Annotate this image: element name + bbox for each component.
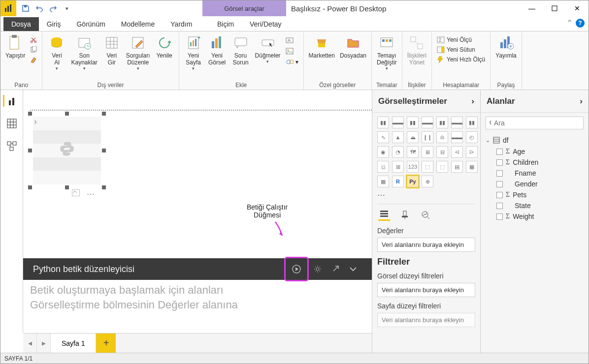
paste-button[interactable]: Yapıştır	[3, 33, 27, 60]
data-view-button[interactable]	[6, 118, 18, 129]
checkbox[interactable]	[496, 159, 503, 166]
viz-type-7[interactable]: ∿	[377, 131, 389, 143]
sheet-nav-prev[interactable]: ◂	[23, 334, 37, 353]
script-popout-button[interactable]	[327, 260, 344, 278]
new-measure-button[interactable]: ΣYeni Ölçü	[435, 35, 487, 44]
report-view-button[interactable]	[3, 95, 15, 107]
field-state[interactable]: State	[486, 200, 584, 211]
close-button[interactable]: ✕	[566, 0, 589, 16]
add-sheet-button[interactable]: +	[96, 334, 116, 353]
script-options-button[interactable]	[309, 260, 327, 278]
new-page-button[interactable]: ✦Yeni Sayfa▾	[182, 33, 205, 72]
viz-type-12[interactable]: ▬▬	[451, 131, 463, 143]
qat-customize-button[interactable]: ▾	[61, 2, 73, 15]
viz-type-5[interactable]: ▬▬	[451, 117, 463, 128]
viz-type-18[interactable]: ⊟	[436, 146, 448, 158]
tab-model[interactable]: Modelleme	[113, 17, 163, 31]
field-age[interactable]: ΣAge	[486, 146, 584, 157]
script-collapse-button[interactable]	[344, 260, 362, 278]
model-view-button[interactable]	[6, 140, 18, 152]
from-file-button[interactable]: Dosyadan	[338, 33, 368, 60]
focus-mode-icon[interactable]	[72, 189, 80, 199]
tab-help[interactable]: Yardım	[163, 17, 200, 31]
switch-theme-button[interactable]: Temayı Değiştir▾	[375, 33, 399, 72]
tab-view[interactable]: Görünüm	[68, 17, 113, 31]
textbox-button[interactable]: A	[284, 35, 300, 45]
tab-format[interactable]: Biçim	[209, 17, 242, 31]
checkbox[interactable]	[496, 181, 503, 187]
viz-more-icon[interactable]: ⋯	[377, 190, 475, 200]
copy-button[interactable]	[28, 45, 39, 54]
redo-button[interactable]	[47, 2, 60, 15]
from-marketplace-button[interactable]: Marketten	[307, 33, 337, 60]
enter-data-button[interactable]: Veri Gir	[100, 33, 123, 67]
new-quick-measure-button[interactable]: Yeni Hızlı Ölçü	[435, 55, 487, 64]
viz-type-15[interactable]: ◔	[392, 146, 404, 158]
undo-button[interactable]	[33, 2, 46, 15]
fields-pane-header[interactable]: Alanlar ›	[481, 90, 589, 113]
viz-type-23[interactable]: 123	[407, 161, 419, 173]
visualizations-pane-header[interactable]: Görselleştirmeler ›	[372, 90, 480, 113]
tab-file[interactable]: Dosya	[3, 17, 39, 31]
viz-type-8[interactable]: ▲	[392, 131, 404, 143]
field-weight[interactable]: ΣWeight	[486, 211, 584, 222]
maximize-button[interactable]	[543, 0, 566, 16]
viz-type-21[interactable]: ⌼	[377, 161, 389, 173]
viz-type-27[interactable]: ▦	[466, 161, 478, 173]
viz-type-30[interactable]: Py	[407, 176, 419, 187]
viz-type-2[interactable]: ▮▮	[407, 117, 419, 128]
python-visual-placeholder[interactable]: ›	[30, 114, 104, 187]
viz-type-3[interactable]: ▬▬	[422, 117, 433, 128]
viz-type-9[interactable]: ⛰	[407, 131, 419, 143]
ask-question-button[interactable]: Soru Sorun	[229, 33, 252, 67]
viz-type-31[interactable]: ⊕	[422, 176, 433, 187]
viz-type-24[interactable]: ⬚	[422, 161, 433, 173]
checkbox[interactable]	[496, 170, 503, 177]
ribbon-collapse-icon[interactable]: ⌃	[566, 18, 573, 28]
visual-context-menu[interactable]: ⋯	[72, 189, 95, 199]
viz-type-22[interactable]: ⊞	[392, 161, 404, 173]
image-button[interactable]	[284, 46, 300, 56]
field-gender[interactable]: Gender	[486, 179, 584, 189]
viz-type-29[interactable]: R	[392, 176, 404, 187]
tab-home[interactable]: Giriş	[39, 17, 69, 31]
viz-type-20[interactable]: ⩥	[466, 146, 478, 158]
fields-search-input[interactable]	[494, 119, 580, 127]
viz-type-28[interactable]: ▦	[377, 176, 389, 187]
get-data-button[interactable]: Veri Al▾	[45, 33, 68, 72]
refresh-button[interactable]: Yenile	[153, 33, 176, 60]
viz-type-6[interactable]: ▮▮	[466, 117, 478, 128]
analytics-tab[interactable]	[420, 209, 431, 221]
field-fname[interactable]: Fname	[486, 168, 584, 179]
minimize-button[interactable]: —	[521, 0, 543, 16]
viz-type-11[interactable]: ılı	[436, 131, 448, 143]
help-button[interactable]: ?	[576, 19, 585, 28]
viz-type-14[interactable]: ◉	[377, 146, 389, 158]
edit-queries-button[interactable]: Sorguları Düzenle▾	[124, 33, 152, 72]
publish-button[interactable]: Yayımla	[493, 33, 518, 60]
checkbox[interactable]	[496, 192, 503, 198]
field-children[interactable]: ΣChildren	[486, 157, 584, 168]
buttons-button[interactable]: Düğmeler▾	[253, 33, 283, 65]
fields-search[interactable]	[486, 117, 584, 129]
page-filters-drop-well[interactable]: Veri alanlarını buraya ekleyin	[377, 313, 475, 327]
new-visual-button[interactable]: Yeni Görsel	[206, 33, 229, 67]
viz-type-1[interactable]: ▬▬	[392, 117, 404, 128]
fields-tab[interactable]	[378, 209, 390, 221]
viz-type-13[interactable]: ◴	[466, 131, 478, 143]
field-pets[interactable]: ΣPets	[486, 189, 584, 200]
shapes-button[interactable]: ▾	[284, 57, 300, 67]
visual-filters-drop-well[interactable]: Veri alanlarını buraya ekleyin	[377, 283, 475, 297]
viz-type-16[interactable]: 🗺	[407, 146, 419, 158]
manage-relationships-button[interactable]: İlişkileri Yönet	[405, 33, 428, 67]
format-painter-button[interactable]	[28, 55, 39, 64]
table-df[interactable]: ⌄ df	[486, 134, 584, 146]
format-tab[interactable]	[399, 209, 411, 221]
cut-button[interactable]	[28, 35, 39, 44]
viz-type-10[interactable]: ❙❙	[422, 131, 433, 143]
more-options-icon[interactable]: ⋯	[87, 189, 95, 199]
values-drop-well[interactable]: Veri alanlarını buraya ekleyin	[377, 238, 475, 252]
checkbox[interactable]	[496, 213, 503, 220]
recent-sources-button[interactable]: Son Kaynaklar▾	[69, 33, 99, 72]
sheet-nav-next[interactable]: ▸	[37, 334, 51, 353]
